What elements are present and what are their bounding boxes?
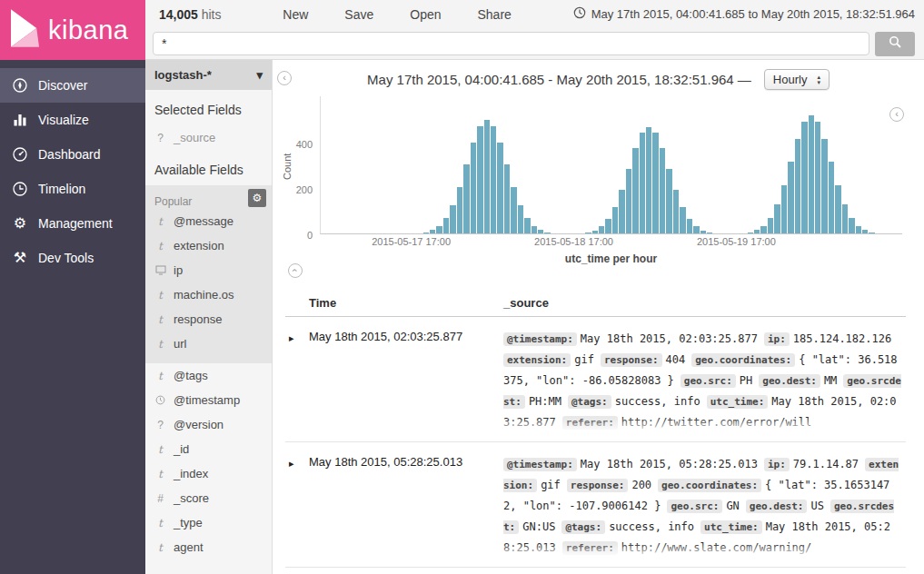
- histogram-bar[interactable]: [599, 226, 604, 233]
- histogram-bar[interactable]: [781, 185, 787, 234]
- histogram-bar[interactable]: [612, 207, 618, 233]
- histogram-bar[interactable]: [809, 115, 814, 233]
- field-url[interactable]: turl: [154, 332, 263, 356]
- sidebar-item-dashboard[interactable]: Dashboard: [0, 137, 145, 172]
- field-key-badge: ip:: [764, 458, 790, 471]
- histogram-bar[interactable]: [646, 127, 651, 234]
- collapse-sidebar-button[interactable]: ‹: [277, 71, 292, 85]
- menu-save[interactable]: Save: [344, 7, 373, 22]
- field-value: success, info: [609, 520, 694, 533]
- timepicker-button[interactable]: May 17th 2015, 04:00:41.685 to May 20th …: [573, 6, 915, 22]
- histogram-bar[interactable]: [700, 231, 706, 234]
- histogram-bar[interactable]: [632, 148, 638, 233]
- histogram-bar[interactable]: [592, 231, 598, 234]
- histogram-bar[interactable]: [687, 219, 692, 233]
- histogram-bar[interactable]: [443, 218, 449, 233]
- histogram-bar[interactable]: [626, 169, 631, 233]
- histogram-bar[interactable]: [788, 162, 793, 233]
- histogram-bar[interactable]: [748, 233, 753, 234]
- field-type-icon: t: [154, 289, 166, 302]
- sidebar-item-dev-tools[interactable]: ⚒Dev Tools: [0, 241, 145, 275]
- field-_score[interactable]: #_score: [154, 486, 263, 510]
- histogram-bar[interactable]: [801, 122, 807, 233]
- histogram-bar[interactable]: [693, 226, 699, 233]
- available-fields-list: t@tags@timestamp?@versiont_idt_index#_sc…: [154, 363, 263, 559]
- histogram-bar[interactable]: [477, 126, 482, 233]
- histogram-bar[interactable]: [707, 233, 712, 233]
- sidebar-item-management[interactable]: ⚙Management: [0, 206, 145, 241]
- field-@message[interactable]: t@message: [154, 209, 263, 233]
- menu-share[interactable]: Share: [478, 7, 512, 22]
- sidebar-item-visualize[interactable]: Visualize: [0, 103, 145, 137]
- time-column-header[interactable]: Time: [309, 296, 503, 310]
- histogram-bar[interactable]: [774, 204, 780, 233]
- search-button[interactable]: [875, 32, 915, 56]
- index-pattern-selector[interactable]: logstash-* ▾: [145, 60, 272, 90]
- field-_index[interactable]: t_index: [154, 461, 263, 486]
- histogram-bar[interactable]: [436, 226, 442, 233]
- collapse-chart-button[interactable]: ‹: [288, 263, 303, 278]
- histogram-bar[interactable]: [862, 230, 868, 233]
- histogram-bar[interactable]: [842, 204, 848, 233]
- histogram-bar[interactable]: [869, 233, 874, 234]
- expand-row-button[interactable]: ▸: [285, 454, 309, 472]
- field-settings-button[interactable]: ⚙: [248, 189, 266, 207]
- menu-open[interactable]: Open: [410, 7, 441, 22]
- histogram-bar[interactable]: [660, 148, 665, 233]
- histogram-bar[interactable]: [795, 139, 800, 233]
- histogram-bar[interactable]: [605, 219, 611, 233]
- histogram-bar[interactable]: [856, 226, 861, 234]
- sidebar-item-discover[interactable]: Discover: [0, 68, 145, 103]
- search-input[interactable]: [153, 32, 869, 55]
- field-_type[interactable]: t_type: [154, 510, 263, 535]
- field-_source[interactable]: ?_source: [154, 125, 263, 150]
- popular-fields-section: Popular ⚙ t@messagetextensioniptmachine.…: [145, 185, 272, 363]
- x-axis-ticks: 2015-05-17 17:002015-05-18 17:002015-05-…: [320, 234, 902, 248]
- field-@tags[interactable]: t@tags: [154, 363, 263, 388]
- histogram-bar[interactable]: [538, 230, 543, 233]
- histogram-bar[interactable]: [457, 187, 462, 234]
- histogram-bar[interactable]: [666, 169, 671, 233]
- histogram-bar[interactable]: [544, 233, 550, 234]
- field-@version[interactable]: ?@version: [154, 412, 263, 437]
- histogram-bar[interactable]: [484, 120, 490, 233]
- field-extension[interactable]: textension: [154, 233, 263, 258]
- histogram-bar[interactable]: [463, 164, 469, 233]
- histogram-bar[interactable]: [491, 126, 496, 233]
- histogram-bar[interactable]: [585, 233, 591, 233]
- histogram-bar[interactable]: [430, 230, 435, 233]
- histogram-bar[interactable]: [640, 133, 645, 233]
- histogram-bar[interactable]: [673, 190, 679, 233]
- histogram-bar[interactable]: [511, 187, 516, 234]
- histogram-bar[interactable]: [504, 164, 510, 233]
- histogram-bar[interactable]: [423, 233, 429, 234]
- histogram-bar[interactable]: [849, 218, 854, 234]
- histogram-bar[interactable]: [754, 230, 760, 233]
- histogram-bar[interactable]: [497, 143, 502, 233]
- histogram-bar[interactable]: [450, 205, 455, 233]
- histogram-bar[interactable]: [680, 207, 685, 233]
- field-machine.os[interactable]: tmachine.os: [154, 282, 263, 307]
- histogram-bar[interactable]: [518, 205, 523, 233]
- expand-row-button[interactable]: ▸: [285, 329, 309, 347]
- field-ip[interactable]: ip: [154, 258, 263, 282]
- field-response[interactable]: tresponse: [154, 307, 263, 332]
- histogram-bar[interactable]: [532, 226, 537, 233]
- histogram-bar[interactable]: [835, 185, 840, 234]
- menu-new[interactable]: New: [283, 7, 308, 22]
- field-_id[interactable]: t_id: [154, 437, 263, 461]
- histogram-bar[interactable]: [815, 122, 820, 233]
- histogram-bar[interactable]: [821, 139, 827, 233]
- histogram-bar[interactable]: [768, 218, 773, 234]
- histogram-bar[interactable]: [760, 226, 766, 234]
- field-agent[interactable]: tagent: [154, 535, 263, 559]
- sidebar-item-label: Discover: [38, 78, 87, 93]
- interval-select[interactable]: Hourly ▴▾: [764, 69, 830, 90]
- histogram-bar[interactable]: [471, 143, 476, 233]
- field-@timestamp[interactable]: @timestamp: [154, 388, 263, 412]
- histogram-bar[interactable]: [652, 133, 658, 233]
- histogram-bar[interactable]: [829, 162, 834, 233]
- histogram-bar[interactable]: [524, 218, 530, 233]
- sidebar-item-timelion[interactable]: Timelion: [0, 172, 145, 206]
- histogram-bar[interactable]: [619, 190, 624, 233]
